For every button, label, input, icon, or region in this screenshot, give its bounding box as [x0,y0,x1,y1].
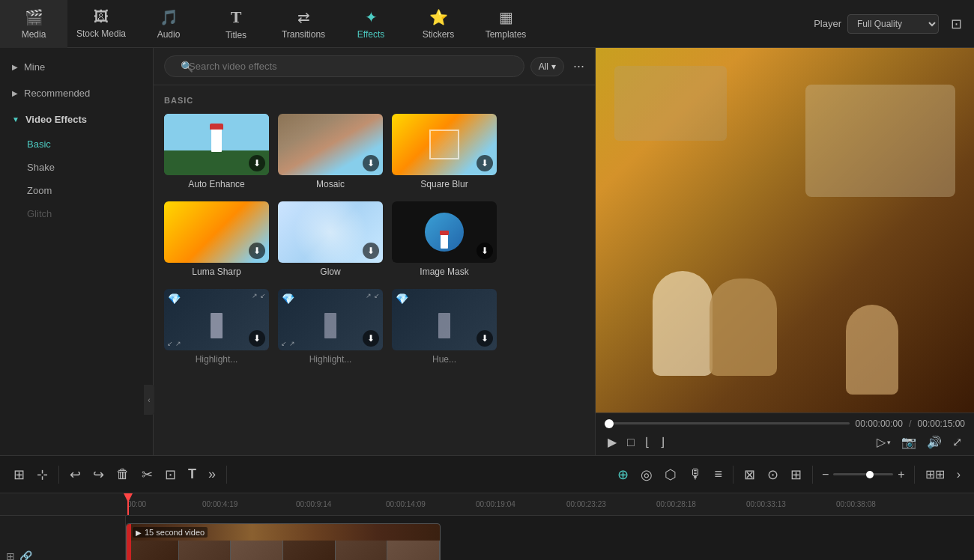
tool-shape[interactable]: ⬡ [660,463,681,486]
nav-audio[interactable]: 🎵 Audio [135,0,202,48]
ruler-mark-0: 00:00 [127,500,146,508]
effects-row-2: ⬇ Luma Sharp ⬇ Glow [164,201,584,277]
video-effects-chevron-icon: ▼ [12,115,19,124]
sidebar-item-video-effects[interactable]: ▼ Video Effects [0,106,153,133]
media-icon: 🎬 [25,8,43,26]
effect-card-highlight1[interactable]: 💎 ↗ ↙ ↙ ↗ ⬇ Highlight... [164,289,269,365]
filter-dropdown[interactable]: All ▾ [530,57,564,76]
effect-card-glow[interactable]: ⬇ Glow [278,201,383,277]
effects-icon: ✦ [365,8,378,26]
video-clip[interactable]: ▶ 15 second video WE ARE UNIQUE YOU'RE J… [126,523,441,560]
export-frame-button[interactable]: ▷▾ [874,433,894,451]
search-input[interactable] [164,55,524,77]
sidebar-subitem-shake[interactable]: Shake [0,156,153,179]
nav-transitions[interactable]: ⇄ Transitions [270,0,337,48]
effect-download-icon[interactable]: ⬇ [249,243,265,259]
track-link-button[interactable]: 🔗 [19,550,32,561]
effect-thumb-highlight3: 💎 ⬇ [392,289,497,350]
tool-camera[interactable]: ⊙ [763,463,783,486]
effect-card-highlight2[interactable]: 💎 ↗ ↙ ↙ ↗ ⬇ Highlight... [278,289,383,365]
toolbar-separator-5 [914,466,915,484]
effect-card-auto-enhance[interactable]: ⬇ Auto Enhance [164,114,269,189]
expand-button[interactable]: › [952,465,965,484]
tool-split[interactable]: ⊠ [739,463,760,486]
tool-mic[interactable]: 🎙 [684,463,707,485]
tool-record[interactable]: ⊕ [613,463,633,486]
toolbar-separator-3 [733,466,733,484]
zoom-track[interactable] [833,473,893,475]
effect-download-icon[interactable]: ⬇ [249,330,265,347]
nav-stock-media[interactable]: 🖼 Stock Media [67,0,135,48]
effect-download-icon[interactable]: ⬇ [363,243,379,259]
zoom-out-button[interactable]: − [819,466,832,483]
fullscreen-button[interactable]: ⤢ [949,433,965,451]
sidebar-item-mine[interactable]: ▶ Mine [0,54,153,80]
effect-download-icon[interactable]: ⬇ [477,330,493,347]
effect-card-image-mask[interactable]: ⬇ Image Mask [392,201,497,277]
effect-thumb-glow: ⬇ [278,201,383,263]
effect-card-luma-sharp[interactable]: ⬇ Luma Sharp [164,201,269,277]
track-control-row-1: ⊞ 🔗 [6,550,119,561]
play-button[interactable]: ▶ [605,433,620,451]
tool-undo[interactable]: ↩ [65,463,85,486]
effect-download-icon[interactable]: ⬇ [363,330,379,347]
effect-download-icon[interactable]: ⬇ [249,155,265,171]
tool-record2[interactable]: ◎ [636,463,657,486]
timeline-tracks: ⊞ 🔗 ⏱ 🔊 👁 ▶ 15 second video [0,516,974,560]
effect-card-highlight3[interactable]: 💎 ⬇ Hue... [392,289,497,365]
nav-effects[interactable]: ✦ Effects [337,0,405,48]
tool-crop[interactable]: ⊡ [160,463,181,486]
mark-in-button[interactable]: ⌊ [642,433,653,451]
ruler-mark-6: 00:00:28:18 [656,500,696,508]
stock-media-icon: 🖼 [94,8,109,25]
track-add-button[interactable]: ⊞ [6,550,15,561]
tool-text[interactable]: T [184,463,201,485]
tool-cut[interactable]: ✂ [137,463,157,486]
quality-select[interactable]: Full Quality High Quality Medium Quality [847,14,939,34]
sidebar-item-recommended[interactable]: ▶ Recommended [0,80,153,106]
screenshot-button[interactable]: 📷 [898,433,919,451]
zoom-in-button[interactable]: + [895,466,907,483]
nav-stickers[interactable]: ⭐ Stickers [405,0,472,48]
search-wrapper: 🔍 [164,55,524,77]
effect-thumb-highlight2: 💎 ↗ ↙ ↙ ↗ ⬇ [278,289,383,350]
video-player: 00:00:00:00 / 00:00:15:00 ▶ □ ⌊ ⌋ ▷▾ 📷 🔊… [596,48,974,455]
nav-titles[interactable]: T Titles [202,0,270,48]
tool-select[interactable]: ⊹ [32,463,52,486]
zoom-control: − + [819,466,908,483]
effect-thumb-image-mask: ⬇ [392,201,497,263]
effect-name-glow: Glow [278,267,383,277]
playhead [127,493,129,515]
mark-out-button[interactable]: ⌋ [657,433,668,451]
tool-layout[interactable]: ⊞ [9,463,29,486]
progress-track[interactable] [605,422,850,424]
stop-button[interactable]: □ [624,434,638,451]
effect-thumb-square-blur: ⬇ [392,114,497,175]
player-preview [596,48,974,413]
tool-redo[interactable]: ↪ [88,463,109,486]
tool-more[interactable]: » [204,463,220,485]
nav-templates[interactable]: ▦ Templates [472,0,539,48]
effect-download-icon[interactable]: ⬇ [477,155,493,171]
player-fullscreen-icon[interactable]: ⊡ [951,16,962,32]
player-controls: 00:00:00:00 / 00:00:15:00 ▶ □ ⌊ ⌋ ▷▾ 📷 🔊… [596,413,974,455]
transitions-icon: ⇄ [297,8,310,26]
player-timeline: 00:00:00:00 / 00:00:15:00 [605,418,965,429]
effect-thumb-mosaic: ⬇ [278,114,383,175]
tool-delete[interactable]: 🗑 [112,463,134,485]
audio-button[interactable]: 🔊 [924,433,945,451]
effect-download-icon[interactable]: ⬇ [477,243,493,259]
tool-timeline[interactable]: ≡ [710,463,727,485]
sidebar-subitem-basic[interactable]: Basic [0,133,153,156]
tool-add[interactable]: ⊞ [786,463,806,486]
effect-card-mosaic[interactable]: ⬇ Mosaic [278,114,383,189]
effect-download-icon[interactable]: ⬇ [363,155,379,171]
sidebar-collapse-btn[interactable]: ‹ [144,385,154,415]
sidebar-subitem-zoom[interactable]: Zoom [0,179,153,202]
mine-chevron-icon: ▶ [12,63,18,71]
more-options-icon[interactable]: ··· [573,58,584,74]
grid-view-button[interactable]: ⊞⊞ [921,464,949,484]
nav-media[interactable]: 🎬 Media [0,0,67,48]
top-navigation: 🎬 Media 🖼 Stock Media 🎵 Audio T Titles ⇄… [0,0,974,48]
effect-card-square-blur[interactable]: ⬇ Square Blur [392,114,497,189]
